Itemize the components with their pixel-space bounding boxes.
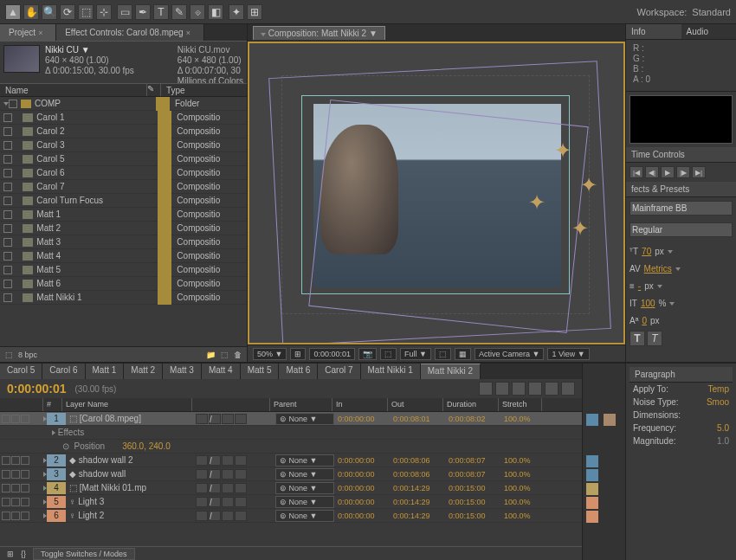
project-item[interactable]: Matt Nikki 1Compositio [0,291,247,305]
project-item[interactable]: Carol 2Compositio [0,125,247,138]
timeline-tab[interactable]: Carol 6 [42,364,85,379]
effects-search-input[interactable]: Mainframe BB [629,201,733,216]
hand-tool[interactable]: ✋ [23,4,39,20]
new-comp-icon[interactable]: ⬚ [221,351,229,359]
timeline-tracks[interactable] [582,364,625,560]
vscale-input[interactable]: 100 [641,296,655,312]
transparency-grid-icon[interactable]: ▦ [455,348,471,360]
kerning-input[interactable]: Metrics [644,261,672,277]
layer-bar[interactable] [604,414,616,426]
brush-tool[interactable]: ✎ [171,4,187,20]
channel-icon[interactable]: ⬚ [380,348,397,360]
new-folder-icon[interactable]: 📁 [206,351,216,359]
col-name[interactable]: Name [0,84,147,96]
noise-type-value[interactable]: Smoo [707,397,729,407]
trash-icon[interactable]: 🗑 [234,351,242,359]
project-column-headers[interactable]: Name ✎ Type [0,83,247,97]
pan-behind-tool[interactable]: ⊹ [96,4,112,20]
baseline-input[interactable]: 0 [642,313,647,329]
viewer-canvas[interactable]: ✦ ✦ ✦ ✦ [248,42,625,344]
motion-blur-icon[interactable] [512,382,526,396]
timeline-layer-row[interactable]: 2◆ shadow wall 2/⊚ None ▼0:00:00:000:00:… [0,454,582,467]
current-time[interactable]: 0:00:00:01 [309,348,355,360]
zoom-tool[interactable]: 🔍 [42,4,57,20]
first-frame-button[interactable]: |◀ [629,166,643,178]
bpc-toggle[interactable]: 8 bpc [18,351,37,359]
timeline-tab[interactable]: Matt Nikki 1 [361,364,421,379]
last-frame-button[interactable]: ▶| [692,166,706,178]
snapshot-icon[interactable]: 📷 [358,348,377,360]
tab-audio[interactable]: Audio [681,24,737,40]
layer-bar[interactable] [586,483,598,495]
zoom-dropdown[interactable]: 50% ▼ [253,348,287,360]
tab-info[interactable]: Info [626,24,681,40]
magnitude-value[interactable]: 1.0 [717,436,729,446]
timeline-column-headers[interactable]: # Layer Name Parent In Out Duration Stre… [0,398,582,412]
project-item[interactable]: Matt 4Compositio [0,249,247,263]
play-button[interactable]: ▶ [661,166,675,178]
timeline-tab[interactable]: Matt 1 [86,364,125,379]
frame-blend-icon[interactable] [495,382,509,396]
timeline-layer-row[interactable]: 6♀ Light 2/⊚ None ▼0:00:00:000:00:14:290… [0,509,582,523]
timeline-layer-row[interactable]: 5♀ Light 3/⊚ None ▼0:00:00:000:00:14:290… [0,495,582,509]
project-item[interactable]: Carol 6Compositio [0,166,247,180]
pen-tool[interactable]: ✒ [135,4,151,20]
toggle-switches-button[interactable]: Toggle Switches / Modes [33,548,135,560]
project-item[interactable]: Matt 2Compositio [0,222,247,235]
timeline-tab[interactable]: Matt 3 [163,364,202,379]
project-item[interactable]: Carol 5Compositio [0,152,247,166]
frequency-value[interactable]: 5.0 [717,423,729,433]
layer-bar[interactable] [586,455,598,467]
timeline-tab[interactable]: Matt 5 [241,364,280,379]
timeline-layers[interactable]: 1⬚ [Carol 08.mpeg]/⊚ None ▼0:00:00:000:0… [0,412,582,546]
clone-tool[interactable]: ⟐ [190,4,205,20]
timeline-layer-row[interactable]: 3◆ shadow wall/⊚ None ▼0:00:00:000:00:08… [0,467,582,481]
project-item[interactable]: Carol 7Compositio [0,180,247,194]
layer-bar[interactable] [586,511,598,523]
timeline-tab[interactable]: Carol 7 [318,364,360,379]
tab-project[interactable]: Project× [0,24,56,41]
resolution-dropdown[interactable]: Full ▼ [400,348,431,360]
views-dropdown[interactable]: 1 View ▼ [547,348,589,360]
interpret-icon[interactable]: ⬚ [5,351,13,359]
tab-time-controls[interactable]: Time Controls [626,147,736,163]
rect-tool[interactable]: ▭ [117,4,132,20]
expand-icon[interactable]: ⊞ [7,550,14,558]
comp-tab[interactable]: Composition: Matt Nikki 2 ▼ [253,26,385,40]
project-item[interactable]: Carol 3Compositio [0,138,247,152]
tab-paragraph[interactable]: Paragraph [629,367,733,383]
current-timecode[interactable]: 0:00:00:01 [7,382,67,396]
font-size-input[interactable]: 70 [642,244,651,260]
local-axis-tool[interactable]: ⊞ [247,4,262,20]
brainstorm-icon[interactable] [545,382,558,396]
project-item-list[interactable]: COMPFolder Carol 1Compositio Carol 2Comp… [0,97,247,346]
selection-tool[interactable]: ▲ [5,4,21,20]
project-item[interactable]: Matt 6Compositio [0,277,247,291]
timeline-tab[interactable]: Matt 2 [124,364,163,379]
timeline-layer-row[interactable]: Effects [0,426,582,440]
puppet-tool[interactable]: ✦ [229,4,244,20]
draft3d-icon[interactable] [561,382,575,396]
tab-effect-controls[interactable]: Effect Controls: Carol 08.mpeg× [56,24,204,41]
graph-editor-icon[interactable] [528,382,542,396]
timeline-tab[interactable]: Matt 4 [202,364,241,379]
timeline-layer-row[interactable]: 4⬚ [Matt Nikki 01.mp/⊚ None ▼0:00:00:000… [0,481,582,495]
timeline-tab[interactable]: Matt Nikki 2 [421,364,481,379]
timeline-layer-row[interactable]: 1⬚ [Carol 08.mpeg]/⊚ None ▼0:00:00:000:0… [0,412,582,426]
font-style-dropdown[interactable]: Regular [629,222,733,237]
eraser-tool[interactable]: ◧ [208,4,223,20]
timeline-tab[interactable]: Matt 6 [279,364,318,379]
project-item[interactable]: Matt 1Compositio [0,208,247,222]
project-item[interactable]: Carol Turn FocusCompositio [0,194,247,208]
shy-icon[interactable] [479,382,493,396]
grid-toggle[interactable]: ⊞ [290,348,306,360]
type-tool[interactable]: T [153,4,169,20]
workspace-selector[interactable]: Workspace: Standard [636,7,731,17]
apply-to-value[interactable]: Temp [708,384,729,394]
prev-frame-button[interactable]: ◀| [645,166,659,178]
zoom-icon[interactable]: {} [21,550,26,558]
project-item[interactable]: Matt 3Compositio [0,235,247,249]
timeline-layer-row[interactable]: ⊙ Position360.0, 240.0 [0,440,582,454]
roi-icon[interactable]: ⬚ [435,348,451,360]
tab-effects-presets[interactable]: fects & Presets [626,182,736,197]
